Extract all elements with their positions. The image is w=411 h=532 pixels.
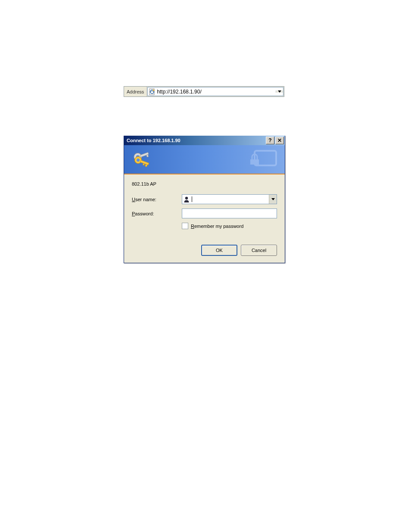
remember-password-checkbox[interactable] [182, 223, 188, 229]
dialog-banner [124, 145, 285, 174]
address-label: Address [124, 87, 147, 96]
ie-page-icon [149, 88, 156, 95]
dialog-title: Connect to 192.168.1.90 [127, 138, 265, 143]
password-input[interactable] [182, 208, 277, 218]
address-input[interactable]: http://192.168.1.90/ [147, 87, 283, 96]
svg-rect-13 [250, 159, 259, 165]
svg-rect-10 [145, 164, 147, 167]
chevron-down-icon [271, 198, 275, 200]
username-input[interactable] [182, 194, 277, 204]
svg-rect-6 [146, 155, 149, 157]
password-label: Password: [132, 211, 182, 216]
user-icon [183, 196, 190, 203]
remember-password-label: RRemember my passwordemember my password [191, 224, 243, 229]
svg-rect-11 [143, 163, 144, 165]
address-bar: Address http://192.168.1.90/ [124, 86, 284, 97]
address-dropdown-button[interactable] [276, 90, 283, 93]
text-caret [192, 196, 192, 202]
titlebar: Connect to 192.168.1.90 ? ✕ [124, 136, 285, 145]
svg-point-14 [185, 196, 188, 199]
username-label: User name: [132, 197, 182, 202]
close-button[interactable]: ✕ [275, 137, 284, 144]
username-dropdown-button[interactable] [269, 195, 277, 204]
help-button[interactable]: ? [266, 137, 274, 144]
dialog-body: 802.11b AP User name: Password: [124, 174, 285, 263]
banner-decoration [246, 147, 280, 171]
url-text: http://192.168.1.90/ [157, 89, 276, 95]
svg-point-15 [185, 199, 186, 200]
cancel-button[interactable]: Cancel [241, 245, 277, 256]
svg-point-2 [153, 89, 154, 90]
close-icon: ✕ [277, 138, 282, 143]
auth-dialog: Connect to 192.168.1.90 ? ✕ [124, 136, 285, 263]
chevron-down-icon [278, 90, 281, 93]
ok-button[interactable]: OK [201, 245, 237, 256]
realm-label: 802.11b AP [132, 181, 277, 187]
svg-rect-9 [140, 160, 149, 165]
keys-icon [132, 149, 153, 169]
help-icon: ? [268, 137, 271, 143]
